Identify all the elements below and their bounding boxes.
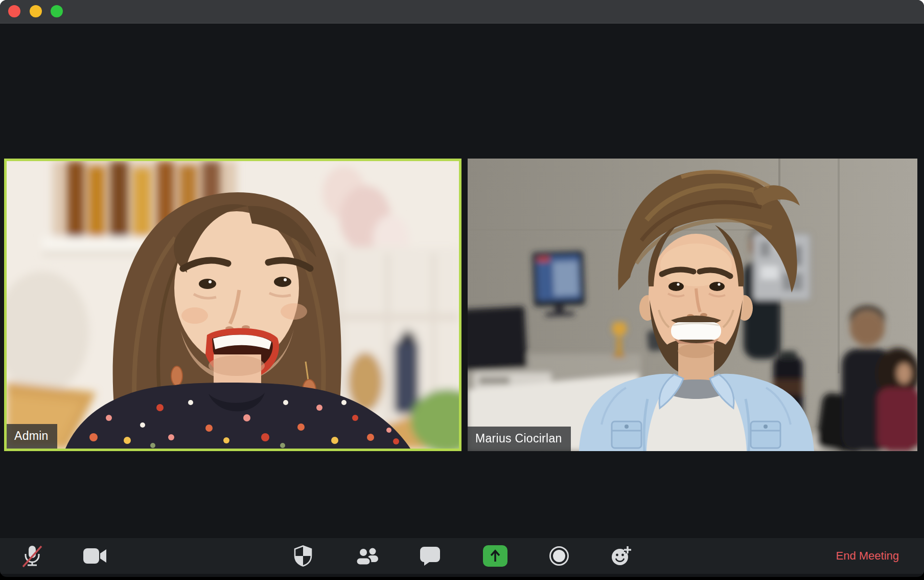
marius-video-feed [468,159,917,451]
meeting-toolbar: End Meeting [0,538,924,574]
zoom-window-button[interactable] [51,5,63,17]
share-screen-pill [483,545,507,567]
participant-name-label: Marius Ciocirlan [468,427,571,451]
video-tile-marius[interactable]: Marius Ciocirlan [468,159,917,451]
video-button[interactable] [83,544,107,568]
end-meeting-button[interactable]: End Meeting [833,538,902,574]
record-button[interactable] [547,544,571,568]
window-titlebar[interactable] [0,0,924,24]
participants-icon [356,547,379,565]
mute-button[interactable] [20,544,44,568]
app-window: Admin [0,0,924,580]
participants-button[interactable] [355,544,380,568]
record-circle-icon [549,546,569,566]
smiley-plus-icon [610,545,633,567]
share-screen-up-arrow-icon [489,549,501,563]
shield-icon [294,545,312,567]
video-stage: Admin [0,24,924,541]
video-camera-icon [83,548,107,564]
reactions-button[interactable] [609,544,634,568]
chat-button[interactable] [418,544,443,568]
share-screen-button[interactable] [483,544,507,568]
chat-bubble-icon [420,546,441,566]
meeting-window: Admin [0,0,924,577]
close-window-button[interactable] [8,5,20,17]
admin-video-feed [7,161,459,449]
participant-name-label: Admin [7,424,57,449]
security-button[interactable] [291,544,315,568]
minimize-window-button[interactable] [30,5,42,17]
video-tile-admin[interactable]: Admin [4,159,461,451]
microphone-muted-icon [21,544,43,568]
